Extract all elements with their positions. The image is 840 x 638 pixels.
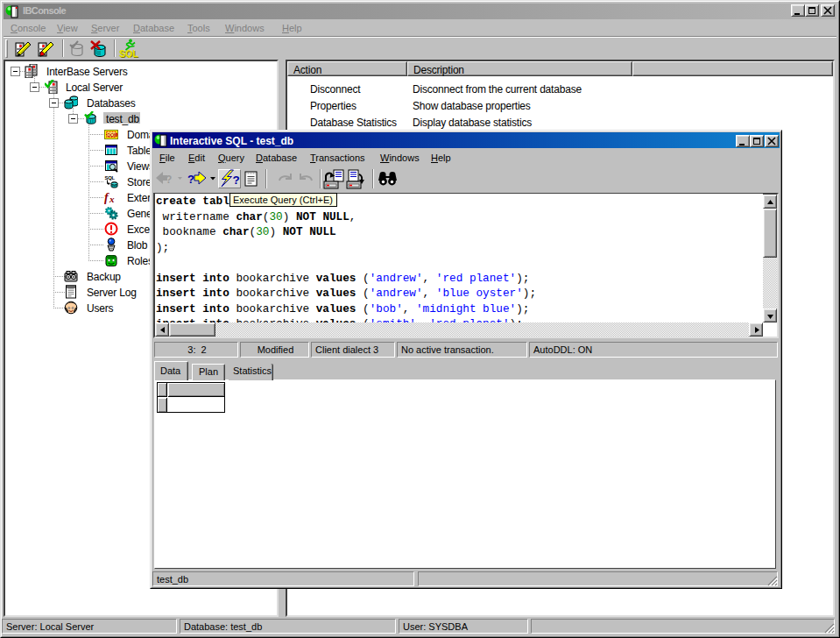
svg-text:x: x [109, 194, 115, 204]
svg-text:?: ? [166, 174, 172, 186]
svg-text:SQL: SQL [105, 175, 116, 181]
svg-text:SQL: SQL [119, 48, 138, 58]
svg-text:DOM: DOM [107, 132, 118, 138]
svg-text:?: ? [233, 174, 240, 187]
svg-text:?: ? [187, 173, 194, 186]
